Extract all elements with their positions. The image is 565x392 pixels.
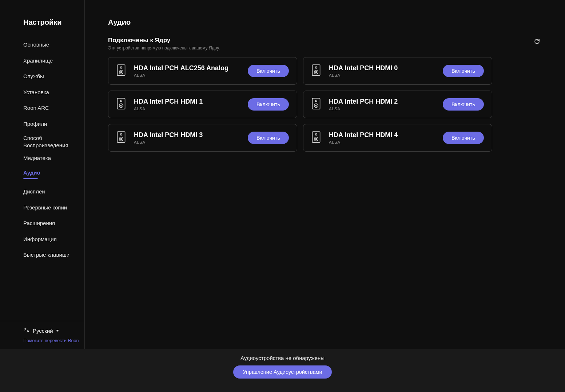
- sidebar-item-label: Хранилище: [23, 57, 53, 64]
- language-selector[interactable]: Русский: [23, 327, 84, 335]
- enable-button[interactable]: Включить: [443, 132, 484, 144]
- sidebar-item-backups[interactable]: Резервные копии: [23, 200, 77, 216]
- sidebar-nav: Основные Хранилище Службы Установка Roon…: [0, 37, 84, 321]
- sidebar-item-profiles[interactable]: Профили: [23, 116, 77, 132]
- sidebar-item-audio[interactable]: Аудио: [23, 165, 77, 184]
- svg-point-2: [119, 70, 123, 74]
- section-header: Подключены к Ядру Эти устройства напряму…: [108, 37, 542, 51]
- page-title: Аудио: [108, 18, 542, 27]
- sidebar-item-label: Способ Воспроизведения: [23, 135, 68, 148]
- speaker-icon: [311, 131, 321, 145]
- sidebar-item-label: Информация: [23, 236, 57, 242]
- sidebar-item-playback[interactable]: Способ Воспроизведения: [23, 132, 77, 152]
- svg-point-9: [120, 100, 122, 102]
- device-driver: ALSA: [329, 140, 435, 144]
- sidebar-item-label: Резервные копии: [23, 204, 67, 211]
- svg-point-11: [120, 105, 122, 106]
- device-card: HDA Intel PCH ALC256 Analog ALSA Включит…: [108, 57, 297, 85]
- svg-point-13: [315, 100, 317, 102]
- sidebar-item-label: Установка: [23, 89, 49, 95]
- refresh-button[interactable]: [532, 37, 542, 48]
- device-driver: ALSA: [329, 107, 435, 111]
- sidebar-item-label: Дисплеи: [23, 188, 45, 195]
- sidebar-item-label: Расширения: [23, 220, 55, 226]
- device-grid: HDA Intel PCH ALC256 Analog ALSA Включит…: [108, 57, 542, 152]
- svg-point-5: [315, 67, 317, 68]
- svg-point-7: [315, 72, 317, 73]
- svg-point-3: [120, 72, 122, 73]
- device-card: HDA Intel PCH HDMI 4 ALSA Включить: [303, 124, 492, 152]
- svg-point-10: [119, 104, 123, 108]
- device-name: HDA Intel PCH HDMI 1: [134, 98, 240, 106]
- sidebar-item-setup[interactable]: Установка: [23, 84, 77, 100]
- language-label: Русский: [33, 328, 53, 334]
- sidebar-item-label: Roon ARC: [23, 105, 49, 111]
- svg-point-1: [120, 67, 122, 68]
- sidebar-item-label: Основные: [23, 41, 49, 48]
- speaker-icon: [311, 97, 321, 111]
- svg-point-14: [314, 104, 318, 108]
- svg-point-23: [315, 139, 317, 140]
- speaker-icon: [311, 64, 321, 78]
- svg-point-6: [314, 70, 318, 74]
- device-name: HDA Intel PCH HDMI 3: [134, 131, 240, 139]
- chevron-down-icon: [56, 330, 59, 332]
- device-driver: ALSA: [329, 73, 435, 77]
- device-name: HDA Intel PCH HDMI 0: [329, 64, 435, 72]
- sidebar-item-roonarc[interactable]: Roon ARC: [23, 100, 77, 116]
- svg-point-15: [315, 105, 317, 106]
- translate-icon: [23, 327, 30, 335]
- manage-audio-devices-button[interactable]: Управление Аудиоустройствами: [233, 365, 331, 379]
- enable-button[interactable]: Включить: [443, 65, 484, 77]
- settings-sidebar: Настройки Основные Хранилище Службы Уста…: [0, 0, 85, 349]
- device-card: HDA Intel PCH HDMI 1 ALSA Включить: [108, 91, 297, 118]
- sidebar-item-general[interactable]: Основные: [23, 37, 77, 53]
- sidebar-item-displays[interactable]: Дисплеи: [23, 184, 77, 200]
- refresh-icon: [534, 40, 540, 46]
- device-driver: ALSA: [134, 73, 240, 77]
- section-subtitle: Эти устройства напрямую подключены к ваш…: [108, 45, 220, 51]
- device-card: HDA Intel PCH HDMI 0 ALSA Включить: [303, 57, 492, 85]
- sidebar-item-about[interactable]: Информация: [23, 231, 77, 247]
- svg-point-21: [315, 133, 317, 135]
- sidebar-item-shortcuts[interactable]: Быстрые клавиши: [23, 247, 77, 263]
- device-name: HDA Intel PCH HDMI 2: [329, 98, 435, 106]
- svg-point-17: [120, 133, 122, 135]
- device-driver: ALSA: [134, 107, 240, 111]
- sidebar-item-extensions[interactable]: Расширения: [23, 215, 77, 231]
- sidebar-item-services[interactable]: Службы: [23, 68, 77, 84]
- enable-button[interactable]: Включить: [248, 65, 289, 77]
- enable-button[interactable]: Включить: [248, 98, 289, 111]
- help-translate-link[interactable]: Помогите перевести Roon: [23, 338, 84, 343]
- device-name: HDA Intel PCH HDMI 4: [329, 131, 435, 139]
- enable-button[interactable]: Включить: [443, 98, 484, 111]
- sidebar-item-label: Быстрые клавиши: [23, 252, 69, 258]
- device-name: HDA Intel PCH ALC256 Analog: [134, 64, 240, 72]
- device-card: HDA Intel PCH HDMI 2 ALSA Включить: [303, 91, 492, 118]
- device-card: HDA Intel PCH HDMI 3 ALSA Включить: [108, 124, 297, 152]
- speaker-icon: [116, 131, 126, 145]
- enable-button[interactable]: Включить: [248, 132, 289, 144]
- main-content: Аудио Подключены к Ядру Эти устройства н…: [85, 0, 565, 349]
- svg-point-19: [120, 139, 122, 140]
- sidebar-item-label: Аудио: [23, 169, 40, 176]
- footer-banner: Аудиоустройства не обнаружены Управление…: [0, 349, 565, 392]
- sidebar-title: Настройки: [0, 18, 84, 37]
- sidebar-footer: Русский Помогите перевести Roon: [0, 321, 84, 349]
- sidebar-item-label: Профили: [23, 121, 47, 127]
- sidebar-item-storage[interactable]: Хранилище: [23, 53, 77, 69]
- device-driver: ALSA: [134, 140, 240, 144]
- speaker-icon: [116, 97, 126, 111]
- svg-point-18: [119, 137, 123, 141]
- speaker-icon: [116, 64, 126, 78]
- svg-point-22: [314, 137, 318, 141]
- section-title: Подключены к Ядру: [108, 37, 220, 44]
- sidebar-item-label: Службы: [23, 73, 44, 79]
- sidebar-item-label: Медиатека: [23, 155, 51, 161]
- footer-text: Аудиоустройства не обнаружены: [240, 355, 325, 361]
- sidebar-item-library[interactable]: Медиатека: [23, 152, 77, 165]
